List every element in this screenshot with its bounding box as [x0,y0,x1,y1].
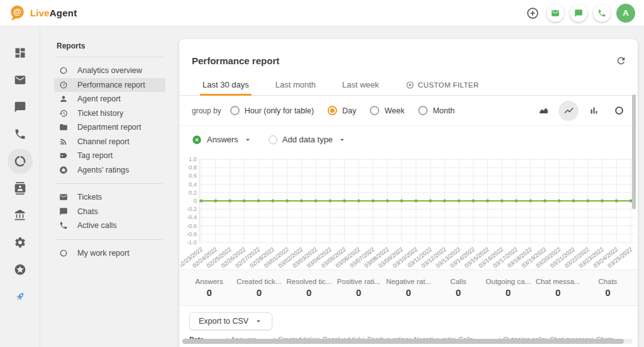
radio-circle-icon [418,106,428,115]
new-call-button[interactable] [593,4,611,22]
stat-chat-messa-: Chat messa...0 [533,278,583,298]
svg-text:0.8: 0.8 [189,164,197,171]
stat-value: 0 [386,287,431,298]
sidebar-item-ticket-history[interactable]: Ticket history [54,106,165,121]
sidebar-item-performance-report[interactable]: Performance report [54,78,165,93]
tab-last-month[interactable]: Last month [274,79,317,95]
svg-text:0.4: 0.4 [189,181,197,188]
svg-text:@: @ [13,7,21,16]
divider [57,183,163,184]
rail-settings-button[interactable] [0,229,40,256]
rail-bank-bubble [8,203,33,228]
gauge-icon [59,81,68,89]
stat-label: Answers [187,278,231,285]
sidebar-item-label: Chats [77,207,98,216]
sidebar-item-tickets[interactable]: Tickets [54,190,165,205]
rocket-icon [14,290,26,303]
tab-custom-filter[interactable]: CUSTOM FILTER [404,79,480,95]
history-icon [59,109,68,118]
line-chart-button[interactable] [558,101,579,121]
donut-chart-button[interactable] [609,101,629,121]
tab-last-30-days[interactable]: Last 30 days [201,79,250,95]
rail-settings-bubble [8,230,33,255]
stat-negative-rat-: Negative rat...0 [384,278,433,298]
create-new-button[interactable] [525,5,541,21]
vertical-scrollbar[interactable] [632,94,636,209]
series-answers-dropdown[interactable]: Answers [192,135,252,145]
stat-value: 0 [336,287,381,298]
caret-down-icon [254,317,263,326]
sidebar-item-label: Analytics overview [77,66,142,75]
dashboard-icon [14,47,26,59]
gear-icon [14,236,26,249]
svg-text:-0.8: -0.8 [187,231,197,237]
remove-series-icon[interactable] [192,135,202,145]
chart-type-switcher [533,101,629,121]
area-chart-button[interactable] [533,101,553,121]
stat-label: Resolved tic... [286,278,331,285]
sidebar-item-department-report[interactable]: Department report [54,120,165,135]
sidebar-item-active-calls[interactable]: Active calls [54,219,165,233]
rail-calls-button[interactable] [0,120,40,147]
export-csv-button[interactable]: Export to CSV [189,312,272,330]
add-data-type-dropdown[interactable]: Add data type [269,135,347,144]
card-header: Performance report [179,39,638,79]
sidebar-heading: Reports [54,42,179,50]
topbar: @ LiveAgent A [0,0,644,26]
group-by-radio-week[interactable]: Week [370,106,404,115]
brand-logo[interactable]: @ LiveAgent [9,4,77,21]
group-by-radio-day[interactable]: Day [328,106,356,115]
svg-text:-0.4: -0.4 [187,214,197,220]
rss-icon [59,137,68,146]
refresh-button[interactable] [616,55,626,66]
rail-dashboard-button[interactable] [0,39,40,66]
sidebar-item-my-work-report[interactable]: My work report [54,246,165,261]
radio-circle-icon [230,106,240,115]
group-by-radio-hour-only-for-table-[interactable]: Hour (only for table) [230,106,314,115]
add-data-type-label: Add data type [282,135,333,144]
rail-contacts-button[interactable] [0,174,40,202]
caret-down-icon [243,135,252,144]
circle-icon [59,249,68,258]
sidebar-item-chats[interactable]: Chats [54,205,165,219]
rail-bank-button[interactable] [0,202,40,229]
stat-label: Positive rati... [336,278,381,285]
sidebar-item-label: Active calls [77,221,117,230]
new-chat-button[interactable] [570,4,587,22]
group-by-radio-month[interactable]: Month [418,106,455,115]
sidebar-item-analytics-overview[interactable]: Analytics overview [54,64,165,78]
stat-value: 0 [436,287,480,298]
horizontal-scrollbar[interactable] [182,339,633,344]
chat-icon [59,207,68,216]
stat-label: Outgoing ca... [486,278,530,285]
rail-reports-button[interactable] [0,147,40,174]
rail-tickets-button[interactable] [0,66,40,93]
phone-icon [597,9,606,18]
sidebar-item-agent-report[interactable]: Agent report [54,92,165,106]
rail-chats-button[interactable] [0,93,40,120]
tab-last-week[interactable]: Last week [341,79,380,95]
sidebar-item-agents-ratings[interactable]: Agents' ratings [54,163,165,178]
stat-label: Calls [436,278,480,285]
page-title: Performance report [192,55,279,66]
bar-chart-button[interactable] [584,101,604,121]
sidebar-item-label: Department report [77,123,141,132]
sidebar-item-channel-report[interactable]: Channel report [54,135,165,149]
stat-positive-rati-: Positive rati...0 [334,278,384,298]
performance-report-card: Performance report Last 30 daysLast mont… [179,39,638,347]
horizontal-scrollbar-thumb[interactable] [182,339,624,344]
rail-calls-bubble [8,122,33,147]
new-ticket-button[interactable] [547,4,564,22]
sidebar-item-label: Performance report [77,81,145,89]
rail-rocket-button[interactable] [0,283,40,310]
sidebar-item-tag-report[interactable]: Tag report [54,149,165,163]
liveagent-logo-icon: @ [9,4,26,21]
add-data-type-circle-icon [269,135,277,144]
tab-label: Last week [342,80,379,89]
avatar[interactable]: A [616,4,635,23]
brand-agent: Agent [50,8,77,18]
sidebar-item-label: My work report [77,249,130,258]
line-icon [564,105,574,116]
stat-label: Chat messa... [536,278,580,285]
rail-star-button[interactable] [0,256,40,283]
